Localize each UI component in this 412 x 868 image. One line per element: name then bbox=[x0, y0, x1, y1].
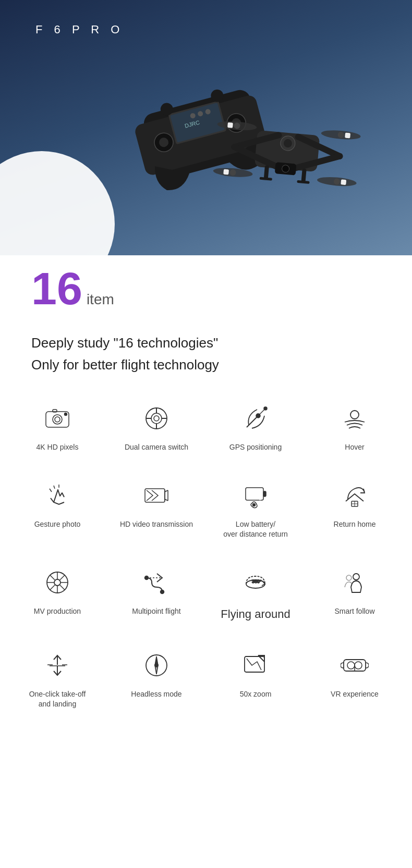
item-count-row: 16 item bbox=[31, 266, 412, 312]
mv-icon bbox=[41, 566, 74, 599]
feature-zoom-label: 50x zoom bbox=[240, 689, 272, 700]
return-home-icon bbox=[338, 479, 371, 512]
svg-line-79 bbox=[60, 575, 65, 580]
svg-point-86 bbox=[353, 574, 359, 580]
item-label: item bbox=[87, 291, 114, 308]
item-number: 16 bbox=[31, 266, 82, 312]
svg-line-66 bbox=[257, 494, 260, 500]
smart-follow-icon bbox=[338, 566, 371, 599]
hero-section: F 6 P R O DJRC bbox=[0, 0, 412, 255]
feature-multipoint-label: Multipoint flight bbox=[132, 606, 180, 617]
vr-icon bbox=[338, 649, 371, 682]
multipoint-icon bbox=[140, 566, 173, 599]
flying-around-icon: 360° bbox=[239, 566, 272, 599]
feature-gesture: Gesture photo bbox=[10, 479, 104, 540]
feature-vr: VR experience bbox=[308, 649, 402, 710]
feature-takeoff: One-click take-offand landing bbox=[10, 649, 104, 710]
feature-smart-follow-label: Smart follow bbox=[334, 606, 374, 617]
svg-point-43 bbox=[65, 413, 67, 416]
feature-mv: MV production bbox=[10, 566, 104, 623]
svg-point-52 bbox=[264, 407, 267, 410]
gesture-icon bbox=[41, 479, 74, 512]
feature-return-home: Return home bbox=[308, 479, 402, 540]
dual-camera-icon bbox=[140, 402, 173, 435]
gps-icon bbox=[239, 402, 272, 435]
takeoff-icon bbox=[41, 649, 74, 682]
feature-4k-hd-label: 4K HD pixels bbox=[37, 442, 79, 453]
low-battery-icon bbox=[239, 479, 272, 512]
hover-icon bbox=[338, 402, 371, 435]
feature-flying-around: 360° Flying around bbox=[209, 566, 302, 623]
svg-point-40 bbox=[53, 415, 62, 424]
svg-point-67 bbox=[253, 503, 256, 506]
svg-line-59 bbox=[165, 490, 168, 492]
svg-rect-42 bbox=[53, 410, 57, 412]
feature-low-battery-label: Low battery/over distance return bbox=[223, 519, 288, 540]
description-text: Deeply study "16 technologies" Only for … bbox=[31, 332, 381, 376]
headless-icon bbox=[140, 649, 173, 682]
drone-illustration: DJRC bbox=[89, 16, 381, 240]
description-line2: Only for better flight technology bbox=[31, 357, 219, 373]
svg-rect-57 bbox=[145, 489, 165, 502]
svg-rect-63 bbox=[263, 491, 266, 497]
feature-low-battery: Low battery/over distance return bbox=[209, 479, 302, 540]
features-section: 4K HD pixels Dual camera switch bbox=[0, 386, 412, 725]
feature-headless-label: Headless mode bbox=[131, 689, 181, 700]
feature-4k-hd: 4K HD pixels bbox=[10, 402, 104, 453]
zoom-icon bbox=[239, 649, 272, 682]
svg-line-65 bbox=[254, 494, 257, 497]
svg-line-60 bbox=[165, 499, 168, 501]
svg-point-82 bbox=[145, 576, 149, 579]
features-grid: 4K HD pixels Dual camera switch bbox=[10, 402, 402, 710]
feature-zoom: 50x zoom bbox=[209, 649, 302, 710]
item-count-section: 16 item bbox=[0, 255, 412, 317]
svg-point-87 bbox=[346, 575, 352, 580]
svg-rect-62 bbox=[246, 488, 263, 500]
feature-hover: Hover bbox=[308, 402, 402, 453]
svg-point-94 bbox=[155, 664, 158, 667]
feature-takeoff-label: One-click take-offand landing bbox=[29, 689, 86, 710]
feature-dual-camera-label: Dual camera switch bbox=[125, 442, 188, 453]
svg-rect-37 bbox=[223, 169, 229, 175]
feature-headless: Headless mode bbox=[110, 649, 203, 710]
feature-smart-follow: Smart follow bbox=[308, 566, 402, 623]
svg-point-99 bbox=[355, 662, 362, 669]
feature-return-home-label: Return home bbox=[334, 519, 376, 530]
svg-line-54 bbox=[50, 489, 52, 492]
feature-dual-camera: Dual camera switch bbox=[110, 402, 203, 453]
feature-hd-video: HD video transmission bbox=[110, 479, 203, 540]
hd-video-icon bbox=[140, 479, 173, 512]
feature-multipoint: Multipoint flight bbox=[110, 566, 203, 623]
feature-hd-video-label: HD video transmission bbox=[120, 519, 193, 530]
svg-point-41 bbox=[55, 417, 60, 422]
svg-point-83 bbox=[161, 590, 164, 593]
description-section: Deeply study "16 technologies" Only for … bbox=[0, 317, 412, 386]
svg-text:360°: 360° bbox=[252, 579, 262, 584]
feature-vr-label: VR experience bbox=[331, 689, 379, 700]
svg-line-80 bbox=[50, 585, 55, 590]
svg-rect-35 bbox=[227, 122, 233, 128]
feature-gps: GPS positioning bbox=[209, 402, 302, 453]
svg-point-98 bbox=[347, 662, 355, 669]
svg-line-77 bbox=[50, 575, 55, 580]
feature-gesture-label: Gesture photo bbox=[34, 519, 81, 530]
svg-rect-38 bbox=[341, 179, 346, 185]
feature-mv-label: MV production bbox=[34, 606, 81, 617]
description-line1: Deeply study "16 technologies" bbox=[31, 335, 218, 351]
svg-line-78 bbox=[60, 585, 65, 590]
svg-rect-33 bbox=[260, 177, 272, 181]
svg-line-64 bbox=[251, 491, 254, 497]
svg-point-53 bbox=[350, 411, 359, 419]
feature-flying-around-label: Flying around bbox=[221, 606, 290, 623]
svg-point-46 bbox=[154, 416, 159, 421]
svg-point-72 bbox=[54, 579, 60, 586]
svg-line-55 bbox=[54, 486, 55, 489]
feature-gps-label: GPS positioning bbox=[229, 442, 282, 453]
svg-rect-34 bbox=[297, 180, 309, 184]
svg-rect-36 bbox=[345, 133, 350, 139]
camera-icon bbox=[41, 402, 74, 435]
feature-hover-label: Hover bbox=[345, 442, 364, 453]
